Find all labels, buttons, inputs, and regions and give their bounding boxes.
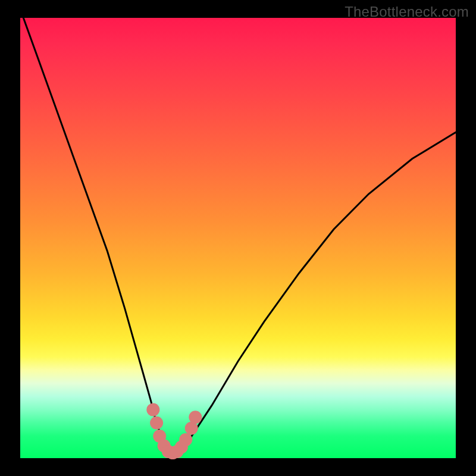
- bottleneck-curve-path: [20, 9, 456, 453]
- curve-marker: [146, 403, 159, 416]
- curve-marker: [189, 411, 202, 424]
- curve-marker: [150, 416, 163, 430]
- curve-markers: [146, 403, 202, 460]
- outer-frame: TheBottleneck.com: [0, 0, 476, 476]
- curve-group: [20, 9, 456, 453]
- bottleneck-chart: [20, 18, 456, 458]
- curve-marker: [179, 433, 192, 446]
